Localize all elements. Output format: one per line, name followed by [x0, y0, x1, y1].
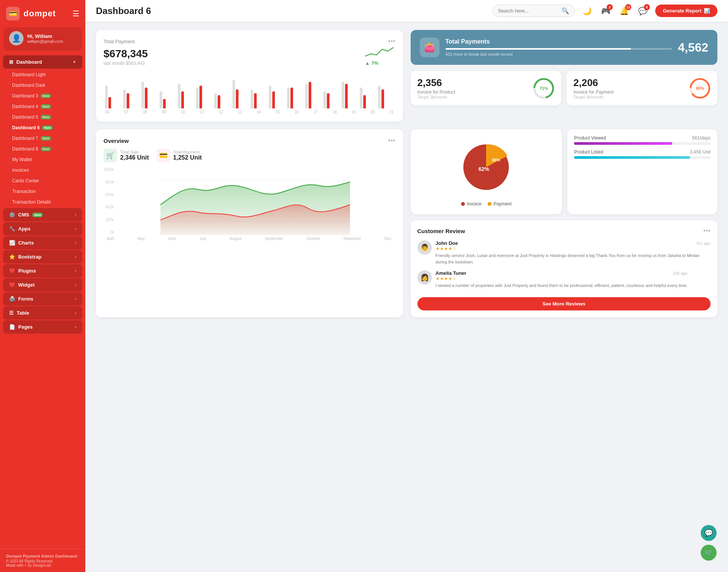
total-sale-icon: 🛒: [104, 149, 117, 162]
sidebar-sub-item-my-wallet[interactable]: My Wallet: [0, 154, 85, 165]
sidebar-sub-item-dashboard-5[interactable]: Dashboard 5 New: [0, 112, 85, 122]
review-item: 👨 John Doe 5m ago ★★★★☆ Friendly service…: [417, 240, 711, 265]
sidebar-item-dashboard[interactable]: ⊞ Dashboard ▼: [3, 55, 82, 69]
customer-review-card: Customer Review ••• 👨 John Doe 5m ago ★★…: [411, 220, 718, 317]
badge-new: New: [42, 125, 53, 130]
sidebar-sub-item-dashboard-3[interactable]: Dashboard 3 New: [0, 91, 85, 101]
pages-icon: 📄: [9, 324, 15, 330]
bar-red: [108, 97, 111, 108]
chevron-right-icon: ›: [75, 213, 76, 217]
product-viewed-label: Product Viewed: [574, 135, 606, 141]
bar-gray: [123, 89, 126, 108]
chevron-right-icon: ›: [75, 325, 76, 329]
total-payment-icon: 💳: [157, 149, 170, 162]
charts-icon: 📈: [9, 240, 15, 246]
avatar: 👤: [9, 31, 24, 45]
invoice-product-donut: 71%: [533, 78, 554, 99]
right-column: 👛 Total Payments 431 more to break last …: [411, 30, 718, 122]
tpb-label: Total Payments: [446, 38, 672, 45]
sidebar-sub-item-dashboard-8[interactable]: Dashboard 8 New: [0, 144, 85, 154]
search-input[interactable]: [498, 8, 559, 14]
sidebar-sub-item-invoices[interactable]: Invoices: [0, 165, 85, 176]
wallet-icon: 👛: [420, 38, 439, 57]
tpb-progress-fill: [446, 48, 631, 50]
payment-bar-chart: [104, 71, 395, 108]
section-label: CMS: [18, 212, 29, 218]
sidebar-sub-item-transaction[interactable]: Transaction: [0, 186, 85, 197]
bar-gray: [214, 93, 217, 108]
bar-red: [345, 84, 348, 108]
sidebar-item-charts[interactable]: 📈 Charts ›: [3, 236, 82, 249]
dashboard-label: Dashboard: [16, 59, 42, 65]
chevron-right-icon: ›: [75, 283, 76, 287]
tpb-sub: 431 more to break last month record: [446, 52, 672, 56]
nav-item-label: Invoices: [12, 168, 29, 173]
sidebar-item-widget[interactable]: ❤️ Widget ›: [3, 278, 82, 291]
sidebar-item-pages[interactable]: 📄 Pages ›: [3, 320, 82, 334]
invoice-product-number: 2,356: [417, 77, 455, 89]
sidebar-item-table[interactable]: ☰ Table ›: [3, 306, 82, 320]
svg-text:62%: 62%: [479, 166, 490, 172]
payment-trend: ▲ 7%: [365, 60, 395, 66]
bar-chart-icon: 📊: [704, 8, 710, 14]
sidebar: 💳 dompet ☰ 👤 Hi, William william@gmail.c…: [0, 0, 85, 572]
page-title: Dashboard 6: [96, 6, 486, 16]
sidebar-sub-item-cards-center[interactable]: Cards Center: [0, 176, 85, 186]
sidebar-sub-item-dashboard-dark[interactable]: Dashboard Dark: [0, 80, 85, 91]
notifications-button[interactable]: 🔔 12: [618, 5, 631, 17]
heart-icon: ♥: [24, 563, 27, 567]
cart-fab[interactable]: 🛒: [701, 545, 717, 561]
bar-red: [309, 82, 311, 108]
sidebar-item-cms[interactable]: ⚙️ CMS New ›: [3, 208, 82, 221]
bar-red: [363, 95, 366, 108]
product-listed-value: 3,456 Unit: [690, 149, 711, 155]
chevron-down-icon: ▼: [72, 60, 76, 64]
sidebar-item-apps[interactable]: 🔧 Apps ›: [3, 222, 82, 235]
bar-red: [218, 95, 220, 108]
search-bar[interactable]: 🔍: [492, 5, 575, 17]
product-listed-row: Product Listed 3,456 Unit: [574, 149, 711, 159]
trend-up-icon: ▲: [365, 60, 370, 66]
support-fab[interactable]: 💬: [701, 525, 717, 541]
sidebar-item-forms[interactable]: 🖨️ Forms ›: [3, 292, 82, 306]
nav-item-label: Dashboard 6: [12, 125, 40, 130]
review-menu-icon[interactable]: •••: [703, 227, 711, 235]
bar-gray: [305, 84, 308, 108]
sidebar-sub-item-transaction-details[interactable]: Transaction Details: [0, 197, 85, 207]
bar-gray: [178, 84, 180, 108]
svg-text:38%: 38%: [492, 158, 500, 162]
nav-item-label: Dashboard 4: [12, 104, 38, 109]
main-content: Dashboard 6 🔍 🌙 🎮 2 🔔 12 💬 5 Generate Re…: [85, 0, 728, 572]
footer-brand: Dompet Payment Admin Dashboard: [6, 554, 79, 558]
invoice-product-pct: 71%: [540, 86, 548, 91]
section-label: Widget: [18, 282, 35, 288]
bar-red: [290, 88, 293, 108]
sidebar-sub-item-dashboard-4[interactable]: Dashboard 4 New: [0, 101, 85, 112]
hamburger-icon[interactable]: ☰: [72, 9, 79, 18]
review-text: I viewed a number of properties with Jus…: [436, 282, 688, 289]
sidebar-sub-item-dashboard-light[interactable]: Dashboard Light: [0, 69, 85, 80]
payment-legend-label: Payment: [494, 201, 511, 207]
card-menu-icon[interactable]: •••: [388, 38, 395, 45]
bar-gray: [360, 88, 362, 108]
cms-icon: ⚙️: [9, 212, 15, 218]
invoice-payment-target: Target 3k/month: [573, 95, 613, 99]
sidebar-item-plugins[interactable]: ❤️ Plugins ›: [3, 264, 82, 277]
badge-new: New: [41, 94, 52, 98]
apps-button[interactable]: 🎮 2: [599, 5, 612, 17]
sidebar-sub-item-dashboard-6[interactable]: Dashboard 6 New: [0, 122, 85, 133]
review-list: 👨 John Doe 5m ago ★★★★☆ Friendly service…: [417, 240, 711, 289]
sidebar-item-bootstrap[interactable]: ⭐ Bootstrap ›: [3, 250, 82, 263]
messages-button[interactable]: 💬 5: [637, 5, 649, 17]
theme-toggle-button[interactable]: 🌙: [581, 5, 593, 17]
review-name: John Doe: [436, 240, 458, 246]
bar-gray: [378, 86, 381, 108]
sidebar-sub-item-dashboard-7[interactable]: Dashboard 7 New: [0, 133, 85, 144]
generate-report-button[interactable]: Generate Report 📊: [655, 5, 717, 17]
chevron-right-icon: ›: [75, 297, 76, 301]
overview-menu-icon[interactable]: •••: [388, 137, 395, 145]
review-time: 10h ago: [673, 271, 688, 276]
bar-red: [327, 93, 329, 108]
see-more-reviews-button[interactable]: See More Reviews: [417, 297, 711, 310]
bar-gray: [141, 82, 144, 108]
